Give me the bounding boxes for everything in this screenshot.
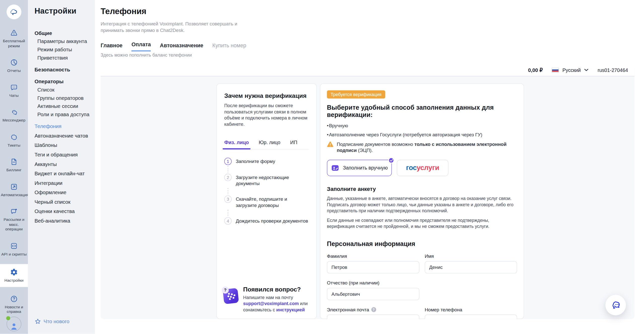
- field-email: Электронная почта?: [327, 307, 419, 319]
- step-number: 1: [224, 158, 231, 165]
- person-icon: [9, 321, 19, 331]
- app-root: Бесплатный режим Отчеты Чаты Мессенджер: [0, 0, 644, 334]
- sidebar-item-operator-groups[interactable]: Группы операторов: [34, 94, 92, 102]
- rail-item-api-scripts[interactable]: API и скрипты: [0, 239, 28, 259]
- tab-sole-proprietor[interactable]: ИП: [290, 140, 297, 149]
- sidebar-item-accounts[interactable]: Аккаунты: [34, 160, 92, 169]
- rail-item-tickets[interactable]: Тикеты: [0, 130, 28, 150]
- tab-individual[interactable]: Физ. лицо: [224, 140, 249, 149]
- user-name: Денис П.: [6, 333, 22, 334]
- phone-input[interactable]: [425, 315, 517, 319]
- page-tabs: Главное Оплата Автоназначение Купить ном…: [101, 41, 246, 51]
- russia-flag-icon: [552, 68, 559, 73]
- rail-item-label: Чаты: [1, 93, 27, 98]
- rail-item-broadcasts[interactable]: Рассылки и масс. операции: [0, 205, 28, 234]
- tab-buy-number[interactable]: Купить номер: [212, 42, 246, 51]
- sidebar-item-chat-autoassign[interactable]: Автоназначение чатов: [34, 132, 92, 140]
- sidebar-item-web-analytics[interactable]: Веб-аналитика: [34, 217, 92, 225]
- sidebar-item-tags[interactable]: Теги и обращения: [34, 151, 92, 159]
- step-number: 2: [224, 174, 231, 181]
- step-label: Дождитесь проверки документов: [236, 217, 308, 224]
- chat2desk-logo[interactable]: [7, 5, 21, 19]
- chevron-down-icon[interactable]: [584, 69, 589, 71]
- fill-manually-label: Заполнить вручную: [343, 165, 388, 171]
- gosuslugi-button[interactable]: госуслуги: [397, 160, 449, 176]
- fill-manually-button[interactable]: Заполнить вручную: [327, 160, 392, 176]
- middle-name-input[interactable]: [327, 288, 419, 300]
- user-avatar[interactable]: [7, 316, 21, 331]
- sidebar-item-blacklist[interactable]: Черный список: [34, 198, 92, 206]
- billing-doc-icon: [1, 158, 27, 166]
- support-guide-link[interactable]: инструкцией: [276, 307, 305, 312]
- warning-text: Подписание документов возможно только с …: [337, 141, 517, 154]
- rail-item-label: Отчеты: [1, 68, 27, 73]
- why-card-title: Зачем нужна верификация: [224, 92, 309, 99]
- entity-type-tabs: Физ. лицо Юр. лицо ИП: [224, 140, 309, 149]
- pie-chart-icon: [1, 58, 27, 67]
- verification-steps: 1 Заполните форму 2 Загрузите недостающи…: [224, 158, 309, 225]
- field-label: Имя: [425, 254, 517, 259]
- rail-item-settings[interactable]: Настройки: [0, 264, 28, 287]
- personal-info-title: Персональная информация: [327, 240, 517, 247]
- sidebar-item-quality[interactable]: Оценки качества: [34, 207, 92, 216]
- help-icon[interactable]: ?: [371, 307, 376, 312]
- rail-item-billing[interactable]: Биллинг: [0, 155, 28, 175]
- rail-item-label: Биллинг: [1, 168, 27, 172]
- sidebar-item-templates[interactable]: Шаблоны: [34, 141, 92, 150]
- questionnaire-paragraph-2: Если данные не совпадают или полномочия …: [327, 217, 517, 230]
- sidebar-item-operator-list[interactable]: Список: [34, 86, 92, 94]
- field-last-name: Фамилия: [327, 254, 419, 273]
- email-label-text: Электронная почта: [327, 307, 369, 312]
- step-connector: [227, 166, 309, 172]
- bullet-gosuslugi: Автозаполнение через Госуслуги (потребуе…: [327, 132, 517, 137]
- star-icon: [34, 318, 41, 325]
- sidebar-item-roles-permissions[interactable]: Роли и права доступа: [34, 110, 92, 119]
- step-connector: [227, 188, 309, 194]
- email-input[interactable]: [327, 315, 419, 319]
- rail-item-automation[interactable]: Автоматизация: [0, 180, 28, 200]
- voximplant-widget-panel: 0,00 ₽ Русский rus01-270464 Зачем нужна …: [101, 64, 634, 319]
- whats-new-link[interactable]: Что нового: [34, 318, 69, 325]
- sidebar-item-general[interactable]: Общие: [34, 29, 92, 37]
- warning-pre: Подписание документов возможно: [337, 142, 415, 147]
- last-name-input[interactable]: [327, 261, 419, 273]
- first-name-input[interactable]: [425, 261, 517, 273]
- tab-main[interactable]: Главное: [101, 42, 123, 51]
- tab-autoassign[interactable]: Автоназначение: [160, 42, 204, 51]
- support-email-link[interactable]: support@voximplant.com: [243, 301, 299, 306]
- bullet-manual: Вручную: [327, 123, 517, 128]
- step-2: 2 Загрузите недостающие документы: [224, 174, 309, 187]
- sidebar-item-security[interactable]: Безопасность: [34, 66, 92, 74]
- sidebar-item-work-mode[interactable]: Режим работы: [34, 46, 92, 54]
- broadcast-icon: [1, 207, 27, 216]
- sidebar-item-integrations[interactable]: Интеграции: [34, 179, 92, 187]
- sidebar-item-account-params[interactable]: Параметры аккаунта: [34, 37, 92, 46]
- tab-payment[interactable]: Оплата: [132, 41, 151, 51]
- step-connector: [227, 210, 309, 216]
- icon-rail: Бесплатный режим Отчеты Чаты Мессенджер: [0, 0, 28, 334]
- sidebar-item-widget-chat[interactable]: Виджет и онлайн-чат: [34, 170, 92, 178]
- automation-icon: [1, 183, 27, 191]
- sidebar-item-active-sessions[interactable]: Активные сессии: [34, 102, 92, 111]
- support-chat-button[interactable]: [606, 295, 626, 315]
- fill-method-buttons: Заполнить вручную госуслуги: [327, 160, 517, 176]
- rail-item-news-help[interactable]: Новости и справка: [0, 292, 28, 316]
- sidebar-item-greetings[interactable]: Приветствия: [34, 54, 92, 62]
- rail-item-free-mode[interactable]: Бесплатный режим: [0, 26, 28, 50]
- help-circle-icon: [1, 295, 27, 303]
- warning-post: (ЭЦП).: [357, 148, 373, 153]
- code-icon: [1, 242, 27, 250]
- verification-form-card: Требуется верификация Выберите удобный с…: [320, 83, 524, 319]
- sidebar-item-telephony[interactable]: Телефония: [34, 122, 92, 131]
- rail-item-reports[interactable]: Отчеты: [0, 56, 28, 75]
- sidebar-item-operators[interactable]: Операторы: [34, 78, 92, 86]
- step-1: 1 Заполните форму: [224, 158, 309, 165]
- language-selector[interactable]: Русский: [562, 67, 581, 73]
- personal-info-form: Фамилия Имя Отчество (при наличии) Элект…: [327, 254, 517, 319]
- sidebar-item-appearance[interactable]: Оформление: [34, 188, 92, 197]
- method-bullets: Вручную Автозаполнение через Госуслуги (…: [327, 123, 517, 137]
- tab-legal-entity[interactable]: Юр. лицо: [259, 140, 280, 149]
- verify-card-title: Выберите удобный способ заполнения данны…: [327, 104, 517, 119]
- rail-item-chats[interactable]: Чаты: [0, 81, 28, 100]
- rail-item-messenger[interactable]: Мессенджер: [0, 106, 28, 125]
